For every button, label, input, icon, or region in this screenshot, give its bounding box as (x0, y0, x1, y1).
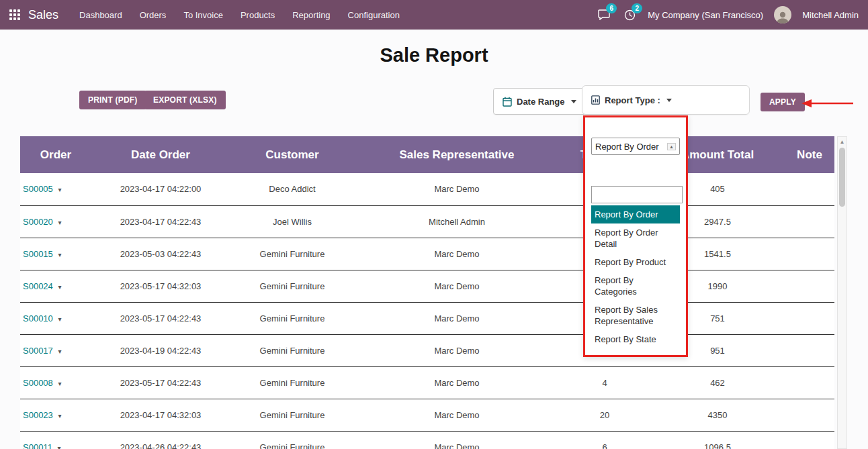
table-row: S00008 ▾ 2023-05-17 04:22:43 Gemini Furn… (20, 366, 834, 399)
order-link[interactable]: S00023 (23, 410, 53, 420)
note-cell (785, 205, 834, 238)
order-link[interactable]: S00005 (23, 184, 53, 194)
dropdown-options-list: Report By Order Report By Order Detail R… (591, 205, 680, 348)
apps-grid-icon[interactable] (9, 9, 20, 20)
export-xlsx-button[interactable]: EXPORT (XLSX) (144, 91, 226, 109)
menu-item-reporting[interactable]: Reporting (284, 0, 339, 30)
person-icon (775, 10, 790, 23)
sales-rep-cell: Marc Demo (355, 302, 559, 334)
table-header-row: Order Date Order Customer Sales Represen… (20, 136, 834, 173)
sales-rep-cell: Mitchell Admin (355, 205, 559, 238)
messages-icon[interactable]: 6 (597, 7, 611, 22)
select-spinner-icon: ▲ (667, 143, 676, 150)
option-report-by-order-detail[interactable]: Report By Order Detail (591, 223, 680, 253)
order-cell: S00011 ▾ (20, 431, 91, 449)
header-order: Order (20, 136, 91, 173)
order-link[interactable]: S00008 (23, 378, 53, 388)
sales-rep-cell: Marc Demo (355, 173, 559, 205)
note-cell (785, 238, 834, 270)
print-pdf-button[interactable]: PRINT (PDF) (79, 91, 146, 109)
top-navbar: Sales Dashboard Orders To Invoice Produc… (0, 0, 868, 30)
chevron-down-icon (571, 100, 576, 103)
total-qty-cell: 4 (559, 366, 650, 399)
sales-rep-cell: Marc Demo (355, 431, 559, 449)
dropdown-search-input[interactable] (591, 186, 683, 203)
page-title: Sale Report (0, 44, 868, 66)
order-link[interactable]: S00020 (23, 217, 53, 227)
report-icon (591, 95, 600, 105)
menu-item-orders[interactable]: Orders (131, 0, 175, 30)
navbar-right: 6 2 My Company (San Francisco) Mitchell … (597, 6, 859, 23)
apply-button[interactable]: APPLY (761, 93, 805, 111)
menu-item-configuration[interactable]: Configuration (339, 0, 408, 30)
vertical-scrollbar[interactable]: ▲ (837, 136, 847, 449)
option-report-by-order[interactable]: Report By Order (591, 205, 680, 223)
order-caret-icon[interactable]: ▾ (58, 219, 61, 226)
table-row: S00017 ▾ 2023-04-19 04:22:43 Gemini Furn… (20, 334, 834, 366)
report-type-control: Report Type : (582, 85, 750, 115)
sales-rep-cell: Marc Demo (355, 334, 559, 366)
report-type-dropdown-button[interactable]: Report Type : (591, 95, 672, 105)
report-type-select[interactable]: Report By Order ▲ (591, 138, 680, 155)
date-order-cell: 2023-04-17 04:32:03 (91, 399, 230, 431)
option-report-by-product[interactable]: Report By Product (591, 253, 680, 271)
table-row: S00015 ▾ 2023-05-03 04:22:43 Gemini Furn… (20, 238, 834, 270)
amount-cell: 1096.5 (650, 431, 785, 449)
order-caret-icon[interactable]: ▾ (58, 283, 61, 291)
date-range-dropdown-button[interactable]: Date Range (493, 88, 586, 115)
option-report-by-state[interactable]: Report By State (591, 330, 680, 348)
order-link[interactable]: S00024 (23, 281, 53, 291)
menu-item-to-invoice[interactable]: To Invoice (175, 0, 232, 30)
user-avatar[interactable] (774, 6, 791, 23)
order-cell: S00015 ▾ (20, 238, 91, 270)
table-row: S00020 ▾ 2023-04-17 04:22:43 Joel Willis… (20, 205, 834, 238)
order-caret-icon[interactable]: ▾ (58, 380, 61, 387)
user-menu[interactable]: Mitchell Admin (802, 10, 859, 20)
order-caret-icon[interactable]: ▾ (58, 412, 61, 419)
header-date-order: Date Order (91, 136, 230, 173)
option-report-by-sales-rep[interactable]: Report By Sales Representative (591, 301, 680, 330)
customer-cell: Gemini Furniture (230, 270, 355, 302)
scrollbar-thumb[interactable] (839, 148, 845, 207)
order-cell: S00023 ▾ (20, 399, 91, 431)
order-cell: S00010 ▾ (20, 302, 91, 334)
order-cell: S00017 ▾ (20, 334, 91, 366)
activities-icon[interactable]: 2 (622, 7, 637, 22)
order-link[interactable]: S00011 (23, 442, 52, 449)
date-order-cell: 2023-05-17 04:22:43 (91, 302, 230, 334)
order-caret-icon[interactable]: ▾ (58, 186, 61, 193)
order-caret-icon[interactable]: ▾ (58, 348, 61, 355)
total-qty-cell: 6 (559, 431, 650, 449)
sales-rep-cell: Marc Demo (355, 399, 559, 431)
customer-cell: Gemini Furniture (230, 431, 355, 449)
order-cell: S00005 ▾ (20, 173, 91, 205)
order-link[interactable]: S00010 (23, 313, 53, 323)
note-cell (785, 173, 834, 205)
customer-cell: Gemini Furniture (230, 334, 355, 366)
date-order-cell: 2023-04-17 04:22:00 (91, 173, 230, 205)
scroll-up-arrow-icon[interactable]: ▲ (838, 137, 847, 146)
header-note: Note (785, 136, 834, 173)
company-switcher[interactable]: My Company (San Francisco) (648, 10, 763, 20)
order-caret-icon[interactable]: ▾ (58, 315, 61, 323)
annotation-arrow-left (801, 98, 855, 109)
order-link[interactable]: S00015 (23, 249, 53, 259)
app-brand[interactable]: Sales (28, 8, 58, 22)
note-cell (785, 334, 834, 366)
table-row: S00005 ▾ 2023-04-17 04:22:00 Deco Addict… (20, 173, 834, 205)
date-order-cell: 2023-04-26 04:22:43 (91, 431, 230, 449)
order-caret-icon[interactable]: ▾ (57, 444, 60, 449)
chevron-down-icon (666, 99, 672, 102)
table-row: S00011 ▾ 2023-04-26 04:22:43 Gemini Furn… (20, 431, 834, 449)
order-link[interactable]: S00017 (23, 346, 53, 356)
customer-cell: Gemini Furniture (230, 399, 355, 431)
note-cell (785, 431, 834, 449)
sale-report-table: Order Date Order Customer Sales Represen… (20, 136, 834, 449)
order-cell: S00008 ▾ (20, 366, 91, 399)
option-report-by-categories[interactable]: Report By Categories (591, 271, 680, 301)
menu-item-dashboard[interactable]: Dashboard (71, 0, 131, 30)
report-type-dropdown-panel: Report By Order ▲ Report By Order Report… (583, 115, 688, 357)
menu-item-products[interactable]: Products (232, 0, 284, 30)
amount-cell: 462 (650, 366, 785, 399)
order-caret-icon[interactable]: ▾ (58, 251, 61, 258)
